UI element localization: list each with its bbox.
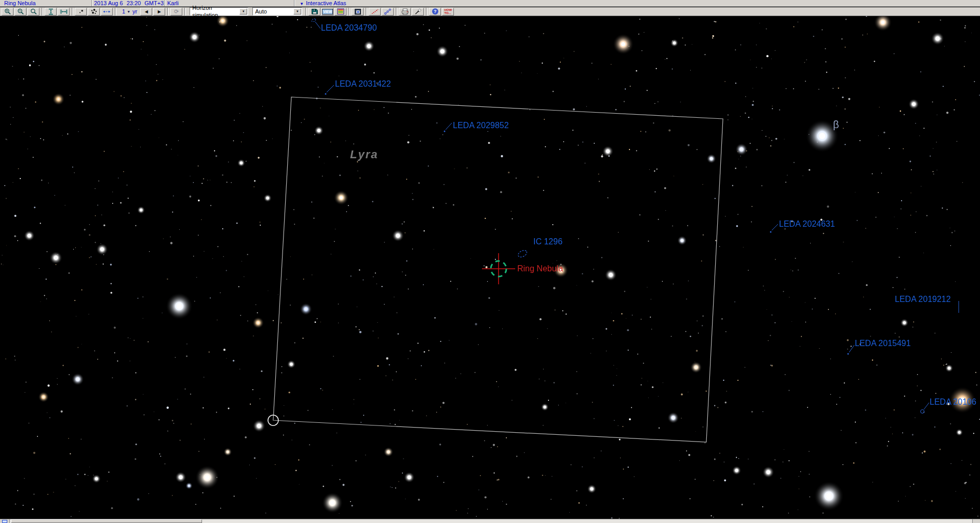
dotted-chart-icon (384, 8, 392, 15)
magnitude-select[interactable]: Auto ▼ (252, 7, 302, 16)
atlas-selector[interactable]: ▼Interactive Atlas (294, 0, 980, 6)
step-forward-icon: ▶ (158, 9, 161, 14)
toolbar-separator (42, 8, 43, 16)
small-dots-icon (77, 8, 85, 15)
galaxy-marker (921, 410, 924, 414)
zoom-in-button[interactable] (2, 8, 14, 16)
print-button[interactable] (399, 8, 411, 16)
angular-ruler-icon (371, 8, 379, 15)
fov-frame (273, 97, 723, 442)
constellation-label-lyra[interactable]: Lyra (350, 148, 378, 161)
timezone-value[interactable]: GMT+3 (144, 0, 164, 6)
floppy-disk-icon (311, 8, 318, 15)
horizontal-scrollbar[interactable] (10, 519, 972, 523)
save-button[interactable] (308, 8, 320, 16)
sky-label-leda-2015491[interactable]: LEDA 2015491 (855, 339, 911, 348)
time-flow-button[interactable]: ⟳ (170, 8, 182, 16)
field-width-button[interactable] (58, 8, 70, 16)
window-button[interactable] (352, 8, 364, 16)
toolbar-separator (348, 8, 350, 16)
zoom-out-button[interactable] (15, 8, 26, 16)
vertical-extent-icon (47, 8, 55, 15)
help-button[interactable]: ? (429, 8, 441, 16)
angular-ruler-button[interactable] (369, 8, 381, 16)
color-stripes-icon (337, 8, 344, 15)
toolbar-separator (426, 8, 427, 16)
scrollbar-thumb[interactable] (11, 519, 202, 523)
info-bar: Ring Nebula 2013 Aug 6 23:20 GMT+3 Karli… (0, 0, 980, 7)
magnify-button[interactable] (28, 8, 39, 16)
main-toolbar: 1 ▼ yr ◀ ▶ ⟳ Horizon simulation ▼ Auto ▼… (0, 7, 980, 16)
sky-label-leda-2019212[interactable]: LEDA 2019212 (895, 295, 951, 304)
wand-diamond-icon (414, 8, 422, 15)
sky-view[interactable]: LEDA 2034790LEDA 2031422LEDA 2029852LEDA… (0, 16, 980, 519)
time-flow-icon: ⟳ (174, 8, 179, 15)
field-height-button[interactable] (45, 8, 57, 16)
step-back-icon: ◀ (145, 9, 148, 14)
galaxy-marker (311, 18, 316, 22)
label-pointer-line (924, 403, 929, 409)
selected-object-field[interactable]: Ring Nebula (0, 0, 91, 6)
toolbar-separator (72, 8, 73, 16)
sky-label-leda-2034790[interactable]: LEDA 2034790 (321, 23, 377, 33)
star-cluster-icon (90, 8, 98, 15)
how-to-button[interactable]: HOWTO... (442, 8, 454, 16)
galaxy-marker (770, 231, 772, 233)
label-pointer-line (772, 224, 778, 230)
time-value[interactable]: 23:20 (127, 0, 141, 6)
sky-label-ic-1296[interactable]: IC 1296 (533, 237, 562, 246)
star-dots-small-button[interactable] (75, 8, 87, 16)
display-options-button[interactable] (334, 8, 346, 16)
time-step-control[interactable]: 1 ▼ yr (122, 8, 137, 15)
printer-icon (401, 8, 409, 15)
star-dots-large-button[interactable] (88, 8, 100, 16)
label-pointer-line (315, 22, 320, 29)
toolbar-separator (184, 8, 186, 16)
step-forward-button[interactable]: ▶ (153, 8, 165, 16)
toolbar-separator (396, 8, 397, 16)
view-mode-select[interactable]: Horizon simulation ▼ (190, 7, 248, 16)
sky-label-leda-2031422[interactable]: LEDA 2031422 (335, 79, 391, 89)
time-step-unit: yr (132, 8, 137, 15)
time-step-dropdown-icon[interactable]: ▼ (127, 10, 130, 13)
chevron-down-icon[interactable]: ▼ (239, 8, 247, 15)
ic1296-ellipse-marker (517, 249, 528, 258)
scroll-right-button[interactable] (972, 519, 980, 523)
toolbar-separator (167, 8, 169, 16)
sky-overlay (0, 16, 980, 519)
chevron-down-icon[interactable]: ▼ (293, 8, 301, 15)
star-designation-label[interactable]: β (833, 119, 839, 131)
view-panel-button[interactable]: VIEW (321, 8, 333, 16)
sky-label-leda-20106[interactable]: LEDA 20106 (930, 397, 976, 407)
datetime-field[interactable]: 2013 Aug 6 23:20 GMT+3 (91, 0, 164, 6)
atlas-name: Interactive Atlas (306, 0, 346, 6)
sky-label-leda-2029852[interactable]: LEDA 2029852 (453, 121, 509, 130)
view-panel-label: VIEW (322, 9, 333, 15)
toolbar-separator (305, 8, 307, 16)
target-label[interactable]: Ring Nebula (517, 264, 563, 273)
label-pointer-line (849, 345, 854, 352)
step-back-button[interactable]: ◀ (140, 8, 152, 16)
magic-wand-button[interactable] (412, 8, 424, 16)
horizontal-extent-icon (60, 8, 68, 15)
sky-label-leda-2024631[interactable]: LEDA 2024631 (779, 219, 835, 229)
bottom-scrollbar-area (0, 519, 980, 523)
galaxy-marker (848, 353, 849, 355)
pan-view-button[interactable] (101, 8, 113, 16)
label-pointer-line (446, 123, 452, 130)
time-step-value[interactable]: 1 (122, 8, 125, 15)
magnifier-icon (30, 8, 37, 15)
status-chart-button[interactable] (382, 8, 394, 16)
galaxy-marker (325, 93, 327, 95)
scroll-corner-button[interactable] (0, 519, 10, 523)
dashed-arrows-icon (103, 8, 111, 15)
toolbar-separator (115, 8, 116, 16)
location-name: Karli (167, 0, 179, 6)
toolbar-separator (366, 8, 367, 16)
how-to-icon: HOWTO... (444, 8, 452, 15)
date-value[interactable]: 2013 Aug 6 (94, 0, 123, 6)
chevron-down-icon: ▼ (300, 2, 304, 6)
zoom-out-icon (17, 8, 24, 15)
zoom-in-icon (4, 8, 11, 15)
magnitude-value: Auto (255, 8, 293, 15)
